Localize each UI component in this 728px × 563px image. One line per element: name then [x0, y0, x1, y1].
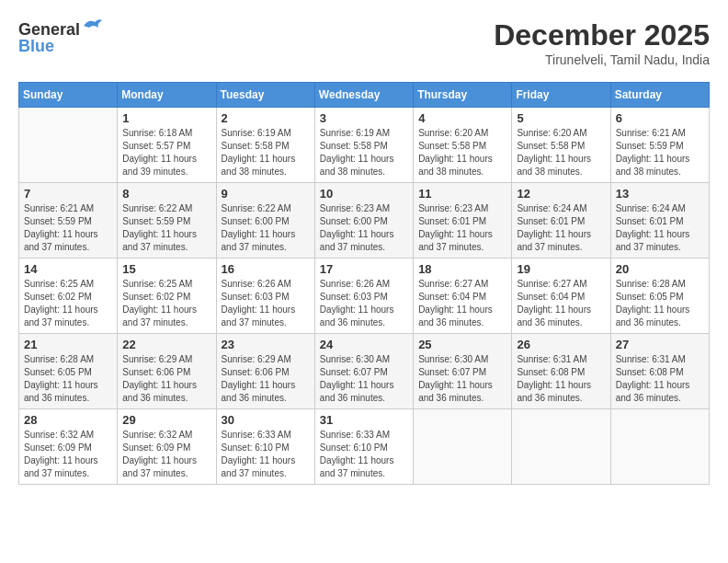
day-info: Sunrise: 6:20 AMSunset: 5:58 PMDaylight:… — [517, 127, 605, 178]
calendar-cell: 23Sunrise: 6:29 AMSunset: 6:06 PMDayligh… — [216, 334, 314, 409]
calendar-cell: 8Sunrise: 6:22 AMSunset: 5:59 PMDaylight… — [118, 183, 216, 259]
logo-bird-icon — [82, 17, 102, 38]
day-info: Sunrise: 6:25 AMSunset: 6:02 PMDaylight:… — [122, 278, 210, 329]
calendar-cell: 20Sunrise: 6:28 AMSunset: 6:05 PMDayligh… — [610, 259, 709, 334]
calendar-cell: 12Sunrise: 6:24 AMSunset: 6:01 PMDayligh… — [512, 183, 610, 259]
day-info: Sunrise: 6:31 AMSunset: 6:08 PMDaylight:… — [616, 353, 704, 405]
day-number: 12 — [517, 187, 605, 201]
day-info: Sunrise: 6:20 AMSunset: 5:58 PMDaylight:… — [418, 127, 506, 178]
calendar-cell: 31Sunrise: 6:33 AMSunset: 6:10 PMDayligh… — [314, 409, 413, 485]
calendar-cell: 21Sunrise: 6:28 AMSunset: 6:05 PMDayligh… — [19, 334, 118, 409]
day-info: Sunrise: 6:22 AMSunset: 5:59 PMDaylight:… — [122, 202, 210, 254]
calendar-cell: 2Sunrise: 6:19 AMSunset: 5:58 PMDaylight… — [216, 108, 314, 183]
day-number: 20 — [616, 262, 704, 276]
logo: General Blue — [18, 18, 102, 56]
day-info: Sunrise: 6:18 AMSunset: 5:57 PMDaylight:… — [122, 127, 210, 178]
calendar-cell: 6Sunrise: 6:21 AMSunset: 5:59 PMDaylight… — [610, 108, 709, 183]
day-info: Sunrise: 6:19 AMSunset: 5:58 PMDaylight:… — [222, 127, 310, 178]
day-info: Sunrise: 6:19 AMSunset: 5:58 PMDaylight:… — [320, 127, 408, 178]
calendar-week-row: 28Sunrise: 6:32 AMSunset: 6:09 PMDayligh… — [19, 409, 710, 485]
day-number: 28 — [24, 413, 112, 427]
day-info: Sunrise: 6:22 AMSunset: 6:00 PMDaylight:… — [222, 202, 310, 254]
day-number: 27 — [616, 338, 704, 351]
day-info: Sunrise: 6:33 AMSunset: 6:10 PMDaylight:… — [320, 429, 408, 480]
weekday-header-monday: Monday — [118, 83, 216, 108]
day-number: 8 — [122, 187, 210, 201]
day-number: 10 — [320, 187, 408, 201]
day-info: Sunrise: 6:21 AMSunset: 5:59 PMDaylight:… — [616, 127, 704, 178]
day-number: 13 — [616, 187, 704, 201]
day-info: Sunrise: 6:29 AMSunset: 6:06 PMDaylight:… — [122, 353, 210, 405]
calendar-cell: 30Sunrise: 6:33 AMSunset: 6:10 PMDayligh… — [216, 409, 314, 485]
calendar-cell: 9Sunrise: 6:22 AMSunset: 6:00 PMDaylight… — [216, 183, 314, 259]
calendar-cell — [610, 409, 709, 485]
day-number: 11 — [418, 187, 506, 201]
calendar-cell — [414, 409, 512, 485]
calendar-cell: 29Sunrise: 6:32 AMSunset: 6:09 PMDayligh… — [118, 409, 216, 485]
calendar-week-row: 14Sunrise: 6:25 AMSunset: 6:02 PMDayligh… — [19, 259, 710, 334]
day-number: 2 — [222, 111, 310, 125]
day-info: Sunrise: 6:31 AMSunset: 6:08 PMDaylight:… — [517, 353, 605, 405]
day-number: 24 — [320, 338, 408, 351]
day-number: 29 — [122, 413, 210, 427]
location-subtitle: Tirunelveli, Tamil Nadu, India — [494, 52, 710, 67]
calendar-cell: 18Sunrise: 6:27 AMSunset: 6:04 PMDayligh… — [414, 259, 512, 334]
calendar-cell: 7Sunrise: 6:21 AMSunset: 5:59 PMDaylight… — [19, 183, 118, 259]
weekday-header-tuesday: Tuesday — [216, 83, 314, 108]
day-number: 4 — [418, 111, 506, 125]
calendar-table: SundayMondayTuesdayWednesdayThursdayFrid… — [18, 82, 710, 485]
day-number: 17 — [320, 262, 408, 276]
day-info: Sunrise: 6:32 AMSunset: 6:09 PMDaylight:… — [122, 429, 210, 480]
calendar-cell: 3Sunrise: 6:19 AMSunset: 5:58 PMDaylight… — [314, 108, 413, 183]
day-info: Sunrise: 6:26 AMSunset: 6:03 PMDaylight:… — [222, 278, 310, 329]
calendar-cell: 27Sunrise: 6:31 AMSunset: 6:08 PMDayligh… — [610, 334, 709, 409]
day-info: Sunrise: 6:33 AMSunset: 6:10 PMDaylight:… — [222, 429, 310, 480]
day-info: Sunrise: 6:21 AMSunset: 5:59 PMDaylight:… — [24, 202, 112, 254]
day-number: 22 — [122, 338, 210, 351]
calendar-cell: 16Sunrise: 6:26 AMSunset: 6:03 PMDayligh… — [216, 259, 314, 334]
calendar-cell: 17Sunrise: 6:26 AMSunset: 6:03 PMDayligh… — [314, 259, 413, 334]
calendar-cell: 28Sunrise: 6:32 AMSunset: 6:09 PMDayligh… — [19, 409, 118, 485]
calendar-cell: 22Sunrise: 6:29 AMSunset: 6:06 PMDayligh… — [118, 334, 216, 409]
title-block: December 2025 Tirunelveli, Tamil Nadu, I… — [494, 18, 710, 67]
weekday-header-wednesday: Wednesday — [314, 83, 413, 108]
calendar-week-row: 21Sunrise: 6:28 AMSunset: 6:05 PMDayligh… — [19, 334, 710, 409]
calendar-cell: 4Sunrise: 6:20 AMSunset: 5:58 PMDaylight… — [414, 108, 512, 183]
calendar-cell: 26Sunrise: 6:31 AMSunset: 6:08 PMDayligh… — [512, 334, 610, 409]
calendar-cell: 24Sunrise: 6:30 AMSunset: 6:07 PMDayligh… — [314, 334, 413, 409]
day-number: 18 — [418, 262, 506, 276]
logo-line2: Blue — [18, 38, 102, 56]
day-number: 14 — [24, 262, 112, 276]
day-number: 3 — [320, 111, 408, 125]
day-info: Sunrise: 6:23 AMSunset: 6:01 PMDaylight:… — [418, 202, 506, 254]
day-number: 25 — [418, 338, 506, 351]
day-number: 23 — [222, 338, 310, 351]
day-info: Sunrise: 6:26 AMSunset: 6:03 PMDaylight:… — [320, 278, 408, 329]
day-info: Sunrise: 6:27 AMSunset: 6:04 PMDaylight:… — [517, 278, 605, 329]
weekday-header-saturday: Saturday — [610, 83, 709, 108]
weekday-header-sunday: Sunday — [19, 83, 118, 108]
page-header: General Blue December 2025 Tirunelveli, … — [18, 18, 710, 67]
calendar-cell: 10Sunrise: 6:23 AMSunset: 6:00 PMDayligh… — [314, 183, 413, 259]
logo-line1: General — [18, 20, 80, 39]
day-number: 1 — [122, 111, 210, 125]
day-number: 26 — [517, 338, 605, 351]
weekday-header-thursday: Thursday — [414, 83, 512, 108]
weekday-header-friday: Friday — [512, 83, 610, 108]
day-info: Sunrise: 6:32 AMSunset: 6:09 PMDaylight:… — [24, 429, 112, 480]
calendar-cell: 15Sunrise: 6:25 AMSunset: 6:02 PMDayligh… — [118, 259, 216, 334]
calendar-week-row: 7Sunrise: 6:21 AMSunset: 5:59 PMDaylight… — [19, 183, 710, 259]
day-info: Sunrise: 6:23 AMSunset: 6:00 PMDaylight:… — [320, 202, 408, 254]
day-number: 7 — [24, 187, 112, 201]
day-info: Sunrise: 6:24 AMSunset: 6:01 PMDaylight:… — [616, 202, 704, 254]
day-number: 6 — [616, 111, 704, 125]
month-title: December 2025 — [494, 18, 710, 52]
calendar-cell: 14Sunrise: 6:25 AMSunset: 6:02 PMDayligh… — [19, 259, 118, 334]
day-number: 19 — [517, 262, 605, 276]
day-number: 9 — [222, 187, 310, 201]
day-info: Sunrise: 6:28 AMSunset: 6:05 PMDaylight:… — [616, 278, 704, 329]
calendar-cell — [512, 409, 610, 485]
day-number: 30 — [222, 413, 310, 427]
calendar-cell: 11Sunrise: 6:23 AMSunset: 6:01 PMDayligh… — [414, 183, 512, 259]
calendar-cell: 1Sunrise: 6:18 AMSunset: 5:57 PMDaylight… — [118, 108, 216, 183]
